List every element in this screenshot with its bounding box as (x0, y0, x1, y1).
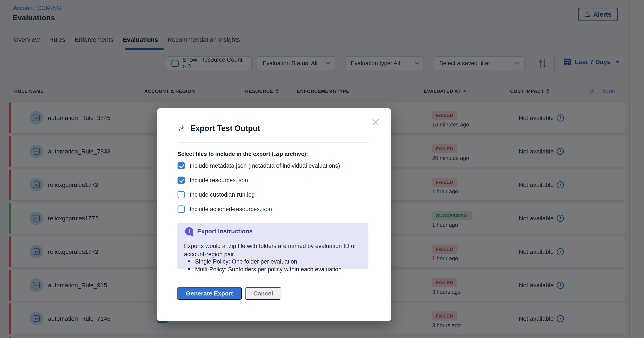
modal-title: Export Test Output (190, 124, 260, 133)
checkbox-label: Include resources.json (190, 177, 248, 184)
cancel-button[interactable]: Cancel (245, 287, 282, 300)
close-icon[interactable] (371, 117, 380, 127)
export-file-checkbox-row[interactable]: Include actioned-resources.json (178, 206, 272, 213)
export-file-checkbox-row[interactable]: Include resources.json (178, 177, 248, 184)
info-icon: i (185, 227, 193, 236)
info-bullet: ●Multi-Policy: Subfolders per policy wit… (188, 266, 342, 273)
bullet-dot: ● (188, 258, 190, 265)
export-file-checkbox-row[interactable]: Include metadata.json (metadata of indiv… (178, 162, 340, 169)
checkbox-label: Include actioned-resources.json (190, 206, 272, 213)
bullet-dot: ● (188, 266, 190, 273)
modal-divider (179, 142, 368, 143)
checkbox-label: Include custodian-run.log (190, 191, 255, 198)
checkbox[interactable] (178, 162, 185, 169)
info-heading: Export Instructions (197, 228, 253, 235)
export-file-checkbox-row[interactable]: Include custodian-run.log (178, 191, 255, 198)
bullet-text: Single Policy: One folder per evaluation (195, 258, 297, 265)
bullet-text: Multi-Policy: Subfolders per policy with… (195, 266, 342, 273)
modal-title-row: Export Test Output (178, 124, 260, 133)
info-heading-row: i Export Instructions (185, 227, 253, 236)
checkbox[interactable] (178, 177, 185, 184)
info-paragraph: Exports would a .zip file with folders a… (184, 242, 359, 258)
info-bullet: ●Single Policy: One folder per evaluatio… (188, 258, 297, 265)
checkbox[interactable] (178, 191, 185, 198)
export-instructions-box: i Export Instructions Exports would a .z… (177, 223, 368, 269)
checkbox[interactable] (178, 206, 185, 213)
generate-export-button[interactable]: Generate Export (177, 287, 242, 300)
select-files-label: Select files to include in the export (.… (178, 151, 308, 157)
download-icon (178, 124, 186, 132)
export-modal: Export Test Output Select files to inclu… (157, 108, 391, 321)
checkbox-label: Include metadata.json (metadata of indiv… (190, 163, 340, 169)
